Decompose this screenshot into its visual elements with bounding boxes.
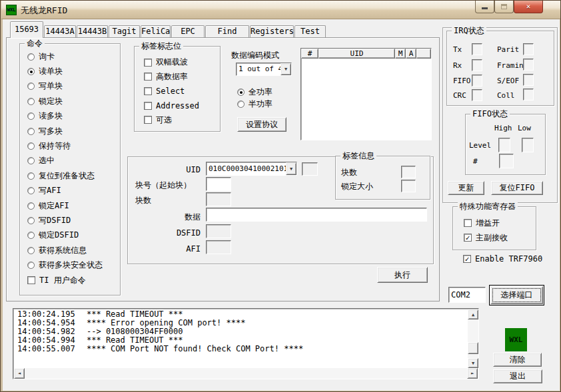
chevron-down-icon[interactable]: ▼ bbox=[286, 162, 296, 175]
tab-tagit[interactable]: Tagit bbox=[109, 25, 140, 38]
uid-value: 010C00030410002101 bbox=[209, 164, 288, 173]
irq-group-title: IRQ状态 bbox=[452, 26, 486, 35]
tag-table[interactable]: # UID M A bbox=[300, 48, 432, 140]
command-option[interactable]: 写多块 bbox=[20, 124, 120, 138]
encoding-mode-combobox[interactable]: 1 out of 4 ▼ bbox=[236, 63, 292, 76]
flag-checkbox[interactable]: Select bbox=[135, 84, 220, 98]
half-power-radio[interactable]: 半功率 bbox=[237, 98, 273, 109]
execute-button[interactable]: 执行 bbox=[377, 267, 428, 283]
scroll-up-icon[interactable]: ▲ bbox=[468, 309, 478, 319]
tab-registers[interactable]: Registers bbox=[250, 25, 294, 38]
app-window: WXL 无线龙RFID ✕ 15693 14443A 14443B Tagit … bbox=[0, 0, 561, 392]
scroll-right-icon[interactable]: ► bbox=[467, 368, 478, 379]
flag-checkbox[interactable]: 双幅载波 bbox=[135, 55, 220, 70]
flag-checkbox[interactable]: 可选 bbox=[135, 112, 220, 127]
command-option[interactable]: 锁定DSFID bbox=[20, 228, 120, 243]
command-option[interactable]: 询卡 bbox=[20, 49, 120, 64]
fifo-level-high-field bbox=[498, 138, 510, 152]
scrollbar-thumb[interactable] bbox=[468, 342, 478, 354]
set-protocol-button[interactable]: 设置协议 bbox=[237, 117, 286, 132]
tag-table-header: # UID M A bbox=[301, 49, 431, 59]
command-option[interactable]: 获得多块安全状态 bbox=[20, 258, 120, 272]
flag-checkbox[interactable]: Addressed bbox=[135, 98, 220, 113]
block-number-input[interactable] bbox=[206, 177, 231, 191]
tab-14443b[interactable]: 14443B bbox=[77, 25, 108, 38]
radio-icon bbox=[27, 98, 35, 105]
encoding-mode-label: 数据编码模式 bbox=[231, 50, 279, 61]
log-line: 14:00:55.007**** COM Port NOT found! Che… bbox=[17, 345, 478, 353]
scroll-left-icon[interactable]: ◄ bbox=[14, 368, 25, 379]
fifo-count-field bbox=[499, 154, 514, 168]
radio-icon bbox=[27, 157, 35, 164]
command-option[interactable]: 锁定AFI bbox=[20, 198, 120, 213]
irq-tx-field bbox=[472, 43, 482, 55]
irq-crc-label: CRC bbox=[453, 91, 466, 100]
wxl-logo: WXL bbox=[505, 328, 527, 351]
irq-crc-field bbox=[472, 89, 482, 101]
enable-trf7960-checkbox[interactable]: ✓Enable TRF7960 bbox=[463, 254, 542, 264]
checkbox-icon bbox=[144, 102, 152, 110]
radio-icon bbox=[27, 142, 35, 150]
main-aux-receive-checkbox[interactable]: ✓主副接收 bbox=[453, 230, 536, 245]
radio-icon bbox=[27, 202, 35, 210]
tab-felica[interactable]: FeliCa bbox=[141, 25, 171, 38]
command-option[interactable]: 保持等待 bbox=[20, 138, 120, 153]
data-input[interactable] bbox=[206, 208, 427, 222]
tab-15693[interactable]: 15693 bbox=[10, 21, 43, 38]
exit-button[interactable]: 退出 bbox=[493, 369, 542, 383]
command-option[interactable]: 获得系统信息 bbox=[20, 243, 120, 258]
command-option[interactable]: 写单块 bbox=[20, 79, 120, 94]
radio-icon bbox=[27, 232, 35, 239]
irq-coll-label: Coll bbox=[497, 91, 515, 100]
afi-label: AFI bbox=[134, 244, 201, 254]
gain-on-checkbox[interactable]: 增益开 bbox=[453, 216, 536, 230]
command-option[interactable]: 锁定块 bbox=[20, 94, 120, 108]
radio-icon bbox=[27, 112, 35, 120]
com-port-input[interactable] bbox=[448, 287, 486, 303]
tab-test[interactable]: Test bbox=[294, 25, 326, 38]
full-power-radio[interactable]: 全功率 bbox=[237, 87, 273, 97]
irq-seof-label: S/EOF bbox=[497, 77, 519, 85]
reset-fifo-button[interactable]: 复位FIFO bbox=[491, 181, 543, 195]
column-header-index[interactable]: # bbox=[301, 49, 318, 59]
log-vertical-scrollbar[interactable]: ▲ ▼ bbox=[468, 309, 478, 368]
irq-seof-field bbox=[523, 74, 534, 86]
irq-coll-field bbox=[523, 89, 534, 100]
tab-find-tags[interactable]: Find tags bbox=[205, 25, 249, 38]
tag-info-group: 标签信息 块数 锁定大小 bbox=[335, 156, 430, 200]
command-option[interactable]: 写DSFID bbox=[20, 213, 120, 228]
irq-fifo-label: FIFO bbox=[453, 77, 471, 85]
command-option[interactable]: 选中 bbox=[20, 154, 120, 168]
flag-checkbox[interactable]: 高数据率 bbox=[135, 70, 220, 85]
column-header-uid[interactable]: UID bbox=[318, 49, 395, 59]
checkbox-icon bbox=[144, 116, 152, 124]
irq-rx-field bbox=[472, 59, 482, 71]
select-port-button[interactable]: 选择端口 bbox=[489, 285, 544, 305]
tab-epc[interactable]: EPC bbox=[171, 25, 205, 38]
column-header-filler bbox=[416, 49, 431, 59]
checkbox-icon bbox=[144, 59, 152, 67]
sfr-group: 特殊功能寄存器 增益开 ✓主副接收 bbox=[452, 206, 536, 250]
command-option[interactable]: 写AFI bbox=[20, 184, 120, 198]
clear-button[interactable]: 清除 bbox=[493, 353, 542, 367]
afi-field bbox=[206, 240, 231, 254]
fifo-low-label: Low bbox=[518, 124, 531, 132]
chevron-down-icon[interactable]: ▼ bbox=[280, 63, 291, 75]
column-header-m[interactable]: M bbox=[395, 49, 406, 59]
update-button[interactable]: 更新 bbox=[448, 181, 484, 195]
radio-icon bbox=[27, 187, 35, 194]
encoding-mode-value: 1 out of 4 bbox=[239, 65, 282, 73]
log-horizontal-scrollbar[interactable]: ◄ ► bbox=[14, 368, 478, 379]
command-option[interactable]: 读多块 bbox=[20, 109, 120, 124]
command-option[interactable]: 复位到准备状态 bbox=[20, 168, 120, 183]
irq-fifo-field bbox=[472, 75, 482, 87]
tag-flags-title: 标签标志位 bbox=[139, 41, 183, 51]
scroll-down-icon[interactable]: ▼ bbox=[468, 358, 478, 368]
uid-combobox[interactable]: 010C00030410002101 ▼ bbox=[206, 162, 297, 176]
fifo-count-label: # bbox=[473, 157, 478, 166]
command-option[interactable]: 读单块 bbox=[20, 64, 120, 79]
column-header-a[interactable]: A bbox=[406, 49, 416, 59]
fifo-group: FIFO状态 High Low Level # bbox=[465, 114, 546, 175]
ti-user-command-checkbox[interactable]: TI 用户命令 bbox=[20, 273, 120, 288]
tab-14443a[interactable]: 14443A bbox=[44, 25, 76, 38]
